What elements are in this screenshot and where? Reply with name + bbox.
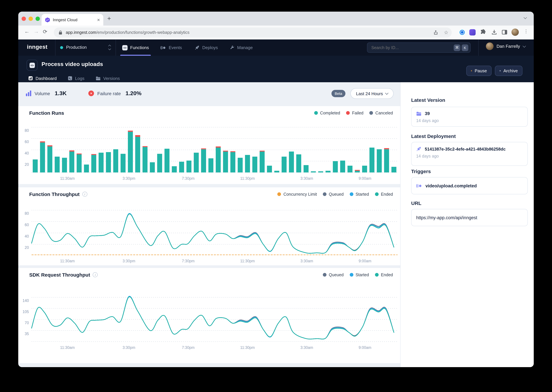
pause-button[interactable]: Pause: [466, 66, 492, 76]
chevron-down-icon: [385, 91, 388, 95]
browser-profile-avatar[interactable]: [511, 28, 519, 36]
address-bar[interactable]: app.inngest.com/env/production/functions…: [54, 28, 452, 37]
url-card[interactable]: https://my-app.com/api/inngest: [411, 209, 528, 226]
reload-icon[interactable]: ⟳: [43, 28, 47, 35]
svg-text:3:30pm: 3:30pm: [123, 345, 135, 350]
sidebar-toggle-icon[interactable]: [501, 29, 508, 35]
downloads-icon[interactable]: [491, 29, 497, 35]
function-throughput-chart[interactable]: 2040608011:30am3:30pm7:30pm11:30pm3:30am…: [18, 197, 400, 267]
svg-text:11:30am: 11:30am: [60, 259, 75, 263]
share-icon[interactable]: [433, 30, 438, 35]
bottom-strip: [18, 363, 400, 367]
svg-text:3:30pm: 3:30pm: [123, 176, 135, 181]
failure-label: Failure rate: [97, 91, 121, 96]
latest-deployment-card[interactable]: 5141387e-35c2-4efe-a421-4843b86258dc 14 …: [411, 142, 528, 166]
minimize-window-button[interactable]: [29, 17, 33, 21]
tab-search-chevron-icon[interactable]: [524, 16, 527, 19]
search-box[interactable]: ⌘ K: [367, 42, 471, 53]
functions-icon: <>: [122, 45, 128, 50]
svg-text:3:30am: 3:30am: [300, 176, 313, 181]
svg-text:7:30pm: 7:30pm: [182, 345, 195, 350]
function-runs-chart[interactable]: 2040608011:30am3:30pm7:30pm11:30pm3:30am…: [18, 116, 400, 185]
nav-divider: [116, 39, 116, 56]
forward-icon[interactable]: →: [34, 28, 39, 35]
legend-item-started: Started: [349, 192, 369, 196]
latest-version-card[interactable]: 39 14 days ago: [411, 107, 528, 127]
versions-folder-icon: [96, 76, 101, 80]
legend-label: Concurrency Limit: [283, 192, 317, 196]
purple-extension-icon[interactable]: [469, 29, 476, 35]
nav-item-label: Events: [169, 45, 182, 50]
failure-icon: ×: [88, 91, 94, 96]
chart-title: Function Throughput: [29, 191, 80, 197]
tab-label: Dashboard: [36, 76, 57, 81]
tab-title: Inngest Cloud: [53, 17, 94, 22]
svg-text:20: 20: [25, 245, 29, 250]
screenshot-stage: Inngest Cloud × + ← → ⟳ app.inngest.com/…: [0, 0, 552, 392]
legend-dot: [323, 192, 327, 196]
nav-item-deploys[interactable]: Deploys: [195, 39, 218, 56]
svg-text:80: 80: [25, 211, 29, 216]
legend-item-queued: Queued: [323, 192, 344, 196]
latest-version-meta: 14 days ago: [416, 118, 523, 123]
function-throughput-legend: Concurrency LimitQueuedStartedEnded: [277, 192, 393, 196]
archive-button[interactable]: Archive: [495, 66, 523, 76]
legend-item-completed: Completed: [314, 111, 340, 115]
url-section: URL: [411, 200, 528, 206]
back-icon[interactable]: ←: [24, 28, 29, 35]
time-range-dropdown[interactable]: Last 24 Hours: [350, 88, 393, 99]
nav-divider: [478, 39, 479, 56]
bookmark-star-icon[interactable]: ☆: [444, 29, 448, 35]
inngest-logo[interactable]: inngest: [27, 44, 48, 50]
sdk-request-throughput-chart[interactable]: 357010514011:30am3:30pm7:30pm11:30pm3:30…: [18, 275, 400, 353]
trigger-event-name: video/upload.completed: [425, 183, 477, 188]
legend-dot: [369, 111, 373, 115]
tab-versions[interactable]: Versions: [96, 74, 120, 82]
volume-stat: Volume 1.3K: [26, 82, 67, 105]
svg-text:11:30am: 11:30am: [60, 176, 75, 181]
archive-label: Archive: [503, 68, 518, 73]
close-tab-icon[interactable]: ×: [97, 17, 100, 22]
svg-text:11:30pm: 11:30pm: [240, 345, 255, 350]
inngest-favicon: [45, 17, 50, 22]
nav-item-manage[interactable]: Manage: [230, 39, 253, 56]
browser-tab-strip: Inngest Cloud × +: [18, 12, 534, 26]
stats-bar: Volume 1.3K × Failure rate 1.20% Beta La…: [18, 82, 400, 105]
info-icon[interactable]: i: [82, 192, 87, 197]
password-manager-extension-icon[interactable]: [459, 29, 465, 35]
function-code-icon: <>: [29, 63, 35, 68]
rocket-icon: [195, 45, 200, 50]
browser-toolbar: ← → ⟳ app.inngest.com/env/production/fun…: [18, 26, 534, 39]
archive-icon: [500, 69, 501, 73]
legend-item-ended: Ended: [375, 192, 393, 196]
extensions-puzzle-icon[interactable]: [480, 29, 486, 35]
browser-menu-kebab-icon[interactable]: ⋮: [524, 28, 528, 34]
latest-deployment-section: Latest Deployment: [411, 133, 528, 139]
folder-icon: [416, 111, 421, 116]
nav-item-functions[interactable]: <> Functions: [122, 39, 149, 56]
legend-dot: [314, 111, 318, 115]
environment-selector[interactable]: Production: [66, 45, 87, 50]
url-text: app.inngest.com/env/production/functions…: [66, 30, 189, 35]
nav-item-events[interactable]: Events: [160, 39, 182, 56]
tab-dashboard[interactable]: Dashboard: [28, 74, 57, 82]
user-menu[interactable]: Dan Farrelly: [486, 42, 525, 50]
nav-divider: [55, 39, 55, 56]
section-title: Latest Deployment: [411, 133, 528, 139]
svg-text:70: 70: [25, 321, 29, 325]
search-input[interactable]: [371, 45, 452, 50]
trigger-card[interactable]: video/upload.completed: [411, 177, 528, 194]
environment-selector-chevrons-icon[interactable]: [109, 45, 111, 50]
browser-tab[interactable]: Inngest Cloud ×: [42, 14, 103, 26]
section-title: Latest Version: [411, 97, 528, 103]
legend-dot: [349, 192, 353, 196]
user-avatar: [486, 42, 494, 50]
legend-label: Queued: [329, 192, 344, 196]
close-window-button[interactable]: [22, 17, 26, 21]
new-tab-button[interactable]: +: [107, 15, 111, 22]
zoom-window-button[interactable]: [36, 17, 40, 21]
svg-text:7:30pm: 7:30pm: [182, 176, 195, 181]
svg-text:105: 105: [22, 310, 29, 314]
tab-logs[interactable]: Logs: [68, 74, 84, 82]
failure-value: 1.20%: [125, 90, 141, 97]
